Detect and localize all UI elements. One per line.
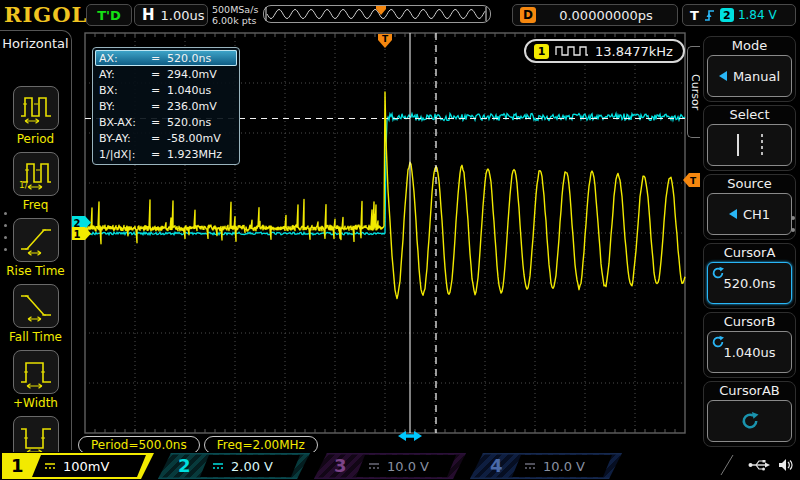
trigger-source-badge: 2 bbox=[720, 8, 734, 22]
measure-period-button[interactable] bbox=[13, 86, 59, 130]
mode-value: Manual bbox=[733, 69, 780, 84]
menu-item-cursor-a: CursorA 520.0ns bbox=[703, 243, 796, 309]
measure-menu-title: Horizontal bbox=[0, 36, 71, 51]
channel-4-button[interactable]: 4 10.0 V bbox=[470, 453, 622, 479]
measure-fall-time-label: Fall Time bbox=[0, 330, 71, 344]
channel-3-scale: 10.0 V bbox=[387, 459, 429, 474]
memory-waveform bbox=[267, 10, 485, 19]
channel-2-scale: 2.00 V bbox=[231, 459, 273, 474]
channel-4-number: 4 bbox=[490, 454, 503, 478]
cursor-row-byay: BY-AY: = -58.00mV bbox=[95, 130, 237, 146]
mode-label: Mode bbox=[707, 38, 792, 55]
trigger-level-value: 1.84 V bbox=[738, 8, 777, 22]
source-button[interactable]: CH1 bbox=[707, 193, 792, 235]
channel-3-button[interactable]: 3 10.0 V bbox=[314, 453, 466, 479]
rotate-knob-icon bbox=[711, 266, 725, 280]
row-label: AX: bbox=[99, 52, 151, 65]
trigger-status-badge: T'D bbox=[86, 4, 132, 26]
row-value: 236.0mV bbox=[167, 100, 233, 113]
measure-menu: Horizontal Period 1/ Freq Rise Time bbox=[0, 30, 72, 450]
counter-value: 13.8477kHz bbox=[595, 44, 673, 59]
measure-freq-label: Freq bbox=[0, 198, 71, 212]
channel-2-button[interactable]: 2 2.00 V bbox=[158, 453, 310, 479]
channel-2-number: 2 bbox=[178, 454, 191, 478]
cursor-row-bxax: BX-AX: = 520.0ns bbox=[95, 114, 237, 130]
row-value: -58.00mV bbox=[167, 132, 233, 145]
cursor-a-line-icon bbox=[737, 134, 739, 156]
measure-freq-button[interactable]: 1/ bbox=[13, 152, 59, 196]
measure-rise-time-button[interactable] bbox=[13, 218, 59, 262]
row-eq: = bbox=[151, 116, 167, 129]
acquisition-info: 500MSa/s 6.00k pts bbox=[212, 4, 258, 26]
mode-button[interactable]: Manual bbox=[707, 55, 792, 97]
left-triangle-icon bbox=[729, 209, 737, 219]
cursor-row-by: BY: = 236.0mV bbox=[95, 98, 237, 114]
sample-rate: 500MSa/s bbox=[212, 4, 258, 15]
cursor-b-button[interactable]: 1.040us bbox=[707, 331, 792, 373]
row-eq: = bbox=[151, 100, 167, 113]
square-wave-icon bbox=[555, 45, 589, 57]
rotate-knob-icon bbox=[711, 335, 725, 349]
memory-waveform-icon bbox=[264, 6, 490, 22]
frequency-counter: 1 13.8477kHz bbox=[524, 39, 685, 63]
memory-trigger-position-marker[interactable] bbox=[376, 6, 386, 15]
t-label: T bbox=[690, 8, 699, 23]
source-label: Source bbox=[707, 176, 792, 193]
row-value: 520.0ns bbox=[167, 52, 233, 65]
status-bar: RIGOL T'D H 1.00us 500MSa/s 6.00k pts D … bbox=[0, 0, 800, 30]
menu-item-source: Source CH1 bbox=[703, 174, 796, 240]
trigger-offset-value: 0.00000000ps bbox=[542, 8, 670, 23]
cursor-ab-label: CursorAB bbox=[707, 383, 792, 400]
channel-bar: 1 100mV 2 2.00 V 3 10.0 V bbox=[0, 452, 800, 480]
row-label: 1/|dX|: bbox=[99, 148, 151, 161]
memory-depth: 6.00k pts bbox=[212, 15, 258, 26]
row-value: 294.0mV bbox=[167, 68, 233, 81]
plus-width-icon bbox=[18, 355, 54, 389]
rigol-logo: RIGOL bbox=[4, 2, 87, 27]
row-eq: = bbox=[151, 84, 167, 97]
channel-1-button[interactable]: 1 100mV bbox=[2, 453, 154, 479]
svg-text:1/: 1/ bbox=[19, 180, 29, 190]
select-button[interactable] bbox=[707, 124, 792, 166]
rising-edge-icon bbox=[703, 8, 716, 22]
dc-coupling-icon bbox=[524, 462, 536, 470]
trigger-offset-box[interactable]: D 0.00000000ps bbox=[512, 4, 678, 26]
channel-4-scale: 10.0 V bbox=[543, 459, 585, 474]
source-value: CH1 bbox=[743, 207, 770, 222]
usb-icon bbox=[748, 458, 770, 472]
rotate-knob-icon bbox=[740, 411, 760, 431]
fall-time-icon bbox=[18, 289, 54, 323]
cursor-row-bx: BX: = 1.040us bbox=[95, 82, 237, 98]
measure-period-label: Period bbox=[0, 132, 71, 146]
row-label: BY-AY: bbox=[99, 132, 151, 145]
row-eq: = bbox=[151, 148, 167, 161]
h-label: H bbox=[142, 6, 155, 24]
rise-time-icon bbox=[18, 223, 54, 257]
measure-fall-time-button[interactable] bbox=[13, 284, 59, 328]
horizontal-timebase-box[interactable]: H 1.00us bbox=[134, 4, 208, 26]
dc-coupling-icon bbox=[368, 462, 380, 470]
cursor-b-value: 1.040us bbox=[723, 345, 775, 360]
menu-item-cursor-ab: CursorAB bbox=[703, 381, 796, 447]
delay-icon: D bbox=[520, 7, 536, 23]
cursor-b-line-icon bbox=[761, 134, 763, 156]
row-value: 1.040us bbox=[167, 84, 233, 97]
trigger-settings-box[interactable]: T 2 1.84 V bbox=[682, 4, 796, 26]
row-value: 520.0ns bbox=[167, 116, 233, 129]
channel-1-number: 1 bbox=[11, 454, 24, 478]
measure-pos-width-button[interactable] bbox=[13, 350, 59, 394]
channel-3-number: 3 bbox=[334, 454, 347, 478]
cursor-ab-button[interactable] bbox=[707, 400, 792, 442]
cursor-row-ay: AY: = 294.0mV bbox=[95, 66, 237, 82]
dc-coupling-icon bbox=[44, 462, 56, 470]
measure-rise-time-label: Rise Time bbox=[0, 264, 71, 278]
cursor-a-button[interactable]: 520.0ns bbox=[707, 262, 792, 304]
memory-position-bar[interactable] bbox=[263, 5, 491, 23]
cursor-a-label: CursorA bbox=[707, 245, 792, 262]
minus-width-icon bbox=[18, 421, 54, 455]
cursor-menu-page-dots bbox=[791, 208, 795, 240]
separator-slash bbox=[720, 455, 734, 475]
cursor-a-value: 520.0ns bbox=[723, 276, 775, 291]
row-label: BX-AX: bbox=[99, 116, 151, 129]
freq-icon: 1/ bbox=[18, 157, 54, 191]
